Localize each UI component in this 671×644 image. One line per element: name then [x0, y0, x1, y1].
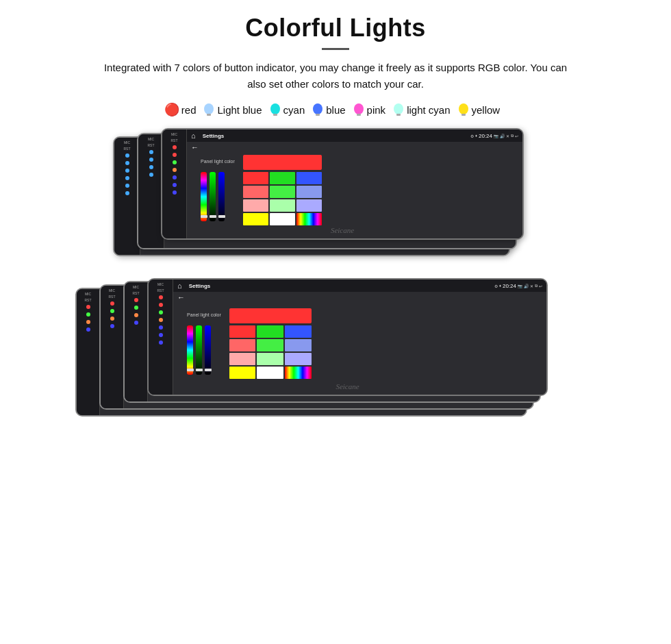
red-bulb-icon: 🔴 [164, 102, 179, 117]
yellow-bulb-icon [457, 102, 470, 117]
color-item-blue: blue [312, 102, 345, 117]
svg-rect-1 [207, 114, 211, 116]
yellow-label: yellow [472, 104, 501, 116]
svg-point-6 [354, 103, 364, 114]
title-divider [322, 48, 349, 50]
blue-label: blue [326, 104, 345, 116]
color-item-cyan: cyan [269, 102, 305, 117]
subtitle: Integrated with 7 colors of button indic… [96, 60, 575, 92]
color-item-yellow: yellow [457, 102, 501, 117]
pink-label: pink [367, 104, 386, 116]
svg-rect-5 [316, 114, 320, 116]
time-display-bottom: 20:24 [503, 283, 516, 289]
color-item-pink: pink [353, 102, 386, 117]
svg-point-10 [459, 103, 468, 114]
bottom-device-stack: MIC RST ⌂ Sett... [75, 278, 596, 432]
back-arrow-top: ← [191, 143, 199, 151]
device-bottom-front: MIC RST ⌂ Settings [147, 278, 548, 396]
lightblue-label: Light blue [217, 104, 262, 116]
cyan-bulb-icon [269, 102, 281, 117]
lightblue-bulb-icon [203, 102, 215, 117]
top-device-stack: MIC RST ⌂ [113, 128, 558, 269]
bottom-device-row: MIC RST ⌂ Sett... [27, 278, 644, 432]
panel-light-label-bottom: Panel light color [187, 312, 221, 317]
page-title: Colorful Lights [245, 14, 425, 42]
time-display-top: 20:24 [479, 133, 492, 139]
svg-rect-7 [357, 114, 361, 116]
cyan-label: cyan [283, 104, 305, 116]
svg-point-4 [313, 103, 322, 114]
panel-light-label-top: Panel light color [201, 159, 235, 164]
svg-point-8 [394, 103, 403, 114]
page: Colorful Lights Integrated with 7 colors… [0, 0, 671, 644]
lightcyan-label: light cyan [407, 104, 450, 116]
settings-label-top: Settings [203, 133, 225, 139]
pink-bulb-icon [353, 102, 365, 117]
red-label: red [181, 104, 197, 116]
svg-rect-11 [461, 114, 466, 116]
svg-point-0 [204, 103, 214, 114]
svg-rect-3 [273, 114, 277, 116]
device-front: MIC RST ⌂ Settings [161, 128, 524, 240]
lightcyan-bulb-icon [392, 102, 405, 117]
color-item-red: 🔴 red [164, 102, 197, 117]
svg-rect-9 [396, 114, 401, 116]
svg-point-2 [270, 103, 280, 114]
color-item-lightcyan: light cyan [392, 102, 450, 117]
color-legend: 🔴 red Light blue cyan [164, 102, 507, 117]
color-item-lightblue: Light blue [203, 102, 262, 117]
top-device-row: MIC RST ⌂ [27, 128, 644, 269]
settings-label-bottom: Settings [189, 283, 211, 289]
blue-bulb-icon [312, 102, 324, 117]
back-arrow-bottom: ← [177, 293, 185, 301]
